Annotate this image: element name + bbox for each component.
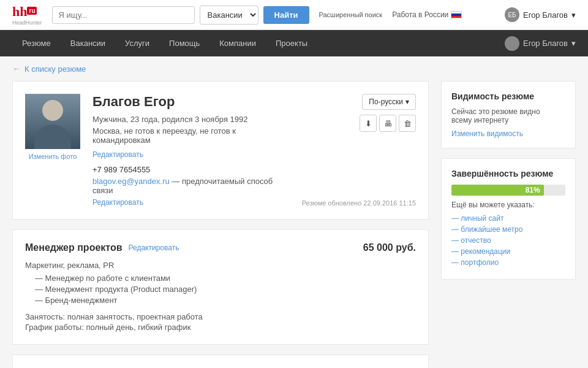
edit-job-link[interactable]: Редактировать xyxy=(129,243,179,252)
nav-item-vacancies[interactable]: Вакансии xyxy=(61,30,115,56)
profile-details: Мужчина, 23 года, родился 3 ноября 1992 xyxy=(92,115,290,124)
experience-section: Опыт работы 3 года 2 месяца Редактироват… xyxy=(12,355,429,368)
language-select[interactable]: По-русски ▾ xyxy=(362,94,416,110)
print-button[interactable]: 🖶 xyxy=(379,115,396,132)
breadcrumb: ← К списку резюме xyxy=(0,56,588,81)
logo-ru-badge: ru xyxy=(27,7,37,15)
advanced-search-link[interactable]: Расширенный поиск xyxy=(319,10,383,19)
suggest-metro[interactable]: — ближайшее метро xyxy=(451,225,565,234)
content-area: Изменить фото Благов Егор Мужчина, 23 го… xyxy=(12,81,429,368)
profile-email-row: blagov.eg@yandex.ru — предпочитаемый спо… xyxy=(92,177,290,195)
avatar: ЕБ xyxy=(505,7,519,22)
user-menu[interactable]: ЕБ Егор Благов ▾ xyxy=(505,7,576,22)
user-name: Егор Благов xyxy=(523,10,568,20)
progress-bar-fill: 81% xyxy=(451,185,544,196)
job-category: Маркетинг, реклама, PR xyxy=(25,261,416,270)
russia-link[interactable]: Работа в России xyxy=(392,10,462,19)
profile-email-link[interactable]: blagov.eg@yandex.ru xyxy=(92,177,170,186)
job-header: Менеджер проектов Редактировать 65 000 р… xyxy=(25,242,416,253)
main-content: Изменить фото Благов Егор Мужчина, 23 го… xyxy=(0,81,588,368)
job-schedule: График работы: полный день, гибкий графи… xyxy=(25,323,416,332)
flag-icon xyxy=(451,11,462,18)
job-title-row: Менеджер проектов Редактировать xyxy=(25,242,179,253)
change-visibility-link[interactable]: Изменить видимость xyxy=(451,129,565,138)
lang-chevron-icon: ▾ xyxy=(405,98,409,106)
suggest-portfolio[interactable]: — портфолио xyxy=(451,258,565,267)
change-photo-link[interactable]: Изменить фото xyxy=(25,153,80,160)
back-arrow-icon: ← xyxy=(12,64,21,74)
suggest-personal-site[interactable]: — личный сайт xyxy=(451,214,565,223)
edit-personal-link[interactable]: Редактировать xyxy=(92,150,143,159)
nav-item-companies[interactable]: Компании xyxy=(209,30,266,56)
profile-phone: +7 989 7654555 xyxy=(92,165,290,174)
resume-updated-text: Резюме обновлено 22.09.2016 11:15 xyxy=(302,199,416,207)
profile-info: Благов Егор Мужчина, 23 года, родился 3 … xyxy=(92,94,290,207)
profile-actions: По-русски ▾ ⬇ 🖶 🗑 Резюме обновлено 22.09… xyxy=(302,94,416,207)
back-to-list-link[interactable]: К списку резюме xyxy=(24,64,86,74)
search-button[interactable]: Найти xyxy=(263,6,309,24)
job-section: Менеджер проектов Редактировать 65 000 р… xyxy=(12,229,429,345)
action-icons-group: ⬇ 🖶 🗑 xyxy=(360,115,416,132)
search-bar: Вакансии Найти xyxy=(52,6,309,25)
sidebar: Видимость резюме Сейчас это резюме видно… xyxy=(441,81,576,368)
visibility-title: Видимость резюме xyxy=(451,91,565,101)
profile-location: Москва, не готов к переезду, не готов к … xyxy=(92,126,290,145)
profile-section: Изменить фото Благов Егор Мужчина, 23 го… xyxy=(12,81,429,220)
nav-item-resume[interactable]: Резюме xyxy=(12,30,61,56)
job-employment: Занятость: полная занятость, проектная р… xyxy=(25,312,416,321)
job-list-item-2: — Бренд-менеджмент xyxy=(35,296,416,305)
job-list-item-0: — Менеджер по работе с клиентами xyxy=(35,274,416,283)
suggest-recommendations[interactable]: — рекомендации xyxy=(451,247,565,256)
suggest-label: Ещё вы можете указать: xyxy=(451,201,565,209)
job-list-item-1: — Менеджмент продукта (Product manager) xyxy=(35,285,416,294)
visibility-text: Сейчас это резюме видно всему интернету xyxy=(451,107,565,125)
progress-label: 81% xyxy=(526,186,540,194)
job-list: — Менеджер по работе с клиентами — Менед… xyxy=(35,274,416,305)
russia-label: Работа в России xyxy=(392,10,448,19)
job-salary: 65 000 руб. xyxy=(363,242,416,253)
lang-label: По-русски xyxy=(369,98,403,106)
nav-item-help[interactable]: Помощь xyxy=(159,30,209,56)
logo: hhru HeadHunter xyxy=(12,4,42,26)
nav-chevron-icon: ▾ xyxy=(571,39,576,48)
nav-avatar xyxy=(505,36,519,51)
profile-photo-image xyxy=(25,94,80,149)
nav-user-menu[interactable]: Егор Благов ▾ xyxy=(505,36,576,51)
chevron-down-icon: ▾ xyxy=(571,10,576,20)
completion-title: Завершённость резюме xyxy=(451,169,565,178)
nav-item-services[interactable]: Услуги xyxy=(115,30,159,56)
completion-card: Завершённость резюме 81% Ещё вы можете у… xyxy=(441,158,576,280)
edit-contact-link[interactable]: Редактировать xyxy=(92,198,143,207)
main-nav: Резюме Вакансии Услуги Помощь Компании П… xyxy=(0,30,588,56)
logo-hh-text: hh xyxy=(12,4,27,19)
profile-photo-area: Изменить фото xyxy=(25,94,80,207)
profile-name: Благов Егор xyxy=(92,94,290,110)
delete-button[interactable]: 🗑 xyxy=(399,115,416,132)
logo-subtitle: HeadHunter xyxy=(12,20,42,26)
search-input[interactable] xyxy=(52,6,195,24)
job-title: Менеджер проектов xyxy=(25,242,123,253)
site-header: hhru HeadHunter Вакансии Найти Расширенн… xyxy=(0,0,588,30)
suggest-patronym[interactable]: — отчество xyxy=(451,236,565,245)
download-button[interactable]: ⬇ xyxy=(360,115,377,132)
visibility-card: Видимость резюме Сейчас это резюме видно… xyxy=(441,81,576,148)
vacancy-select[interactable]: Вакансии xyxy=(200,6,258,25)
nav-user-name: Егор Благов xyxy=(523,39,568,48)
nav-item-projects[interactable]: Проекты xyxy=(266,30,317,56)
progress-bar: 81% xyxy=(451,185,565,196)
